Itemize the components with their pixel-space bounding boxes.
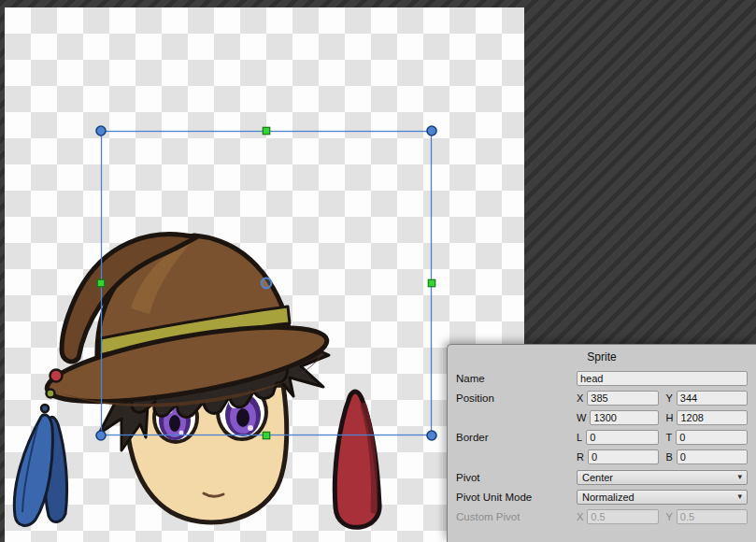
custom-pivot-x-letter: X xyxy=(577,511,583,522)
chevron-down-icon: ▾ xyxy=(737,473,742,481)
position-y-letter: Y xyxy=(666,392,673,404)
custom-pivot-y-input xyxy=(677,509,748,524)
pivot-indicator[interactable] xyxy=(262,278,272,289)
width-letter: W xyxy=(577,412,586,423)
border-t-letter: T xyxy=(666,432,673,443)
selection-corner-handle[interactable] xyxy=(96,126,106,136)
selection-edge-handle[interactable] xyxy=(97,279,104,286)
position-label: Position xyxy=(456,392,577,404)
height-input[interactable] xyxy=(677,410,748,425)
pivot-label: Pivot xyxy=(456,472,577,483)
head-sprite-artwork xyxy=(14,235,332,526)
pivot-unit-mode-value: Normalized xyxy=(582,492,635,503)
name-label: Name xyxy=(456,373,577,384)
selection-edge-handle[interactable] xyxy=(428,279,435,286)
position-row: Position X Y xyxy=(456,390,748,406)
selection-edge-handle[interactable] xyxy=(263,127,269,134)
pivot-row: Pivot Center ▾ xyxy=(456,469,748,485)
border-label: Border xyxy=(456,432,577,443)
selection-edge-handle[interactable] xyxy=(263,432,269,438)
border-l-letter: L xyxy=(577,432,582,443)
height-letter: H xyxy=(666,412,674,423)
border-b-letter: B xyxy=(666,451,673,463)
position-x-letter: X xyxy=(577,392,583,404)
pivot-dropdown[interactable]: Center ▾ xyxy=(577,470,748,485)
border-t-input[interactable] xyxy=(676,430,748,445)
position-y-input[interactable] xyxy=(677,391,748,406)
border-b-input[interactable] xyxy=(677,449,748,464)
pivot-dropdown-value: Center xyxy=(582,472,613,483)
position-x-input[interactable] xyxy=(587,391,658,406)
sprite-editor-window: Sprite Name Position X Y xyxy=(0,0,756,542)
name-row: Name xyxy=(456,370,748,386)
pivot-unit-mode-dropdown[interactable]: Normalized ▾ xyxy=(577,490,748,505)
size-row: W H xyxy=(456,409,748,425)
selection-corner-handle[interactable] xyxy=(96,431,106,440)
chevron-down-icon: ▾ xyxy=(737,492,742,501)
width-input[interactable] xyxy=(590,410,658,425)
selection-corner-handle[interactable] xyxy=(427,431,436,440)
border-r-letter: R xyxy=(577,451,584,463)
border-row-2: R B xyxy=(456,449,748,464)
pivot-unit-mode-label: Pivot Unit Mode xyxy=(456,492,577,503)
name-input[interactable] xyxy=(577,371,748,386)
custom-pivot-y-letter: Y xyxy=(666,511,673,522)
sleeve-sprite-artwork xyxy=(335,392,379,527)
border-r-input[interactable] xyxy=(588,449,659,464)
feather-ornament xyxy=(14,415,66,526)
selection-corner-handle[interactable] xyxy=(427,126,436,136)
custom-pivot-x-input xyxy=(587,509,658,524)
pivot-unit-mode-row: Pivot Unit Mode Normalized ▾ xyxy=(456,489,748,505)
border-l-input[interactable] xyxy=(586,430,658,445)
border-row: Border L T xyxy=(456,429,748,445)
panel-title: Sprite xyxy=(448,348,756,370)
custom-pivot-label: Custom Pivot xyxy=(456,511,577,522)
sprite-inspector-panel: Sprite Name Position X Y xyxy=(447,344,756,542)
custom-pivot-row: Custom Pivot X Y xyxy=(456,508,748,524)
